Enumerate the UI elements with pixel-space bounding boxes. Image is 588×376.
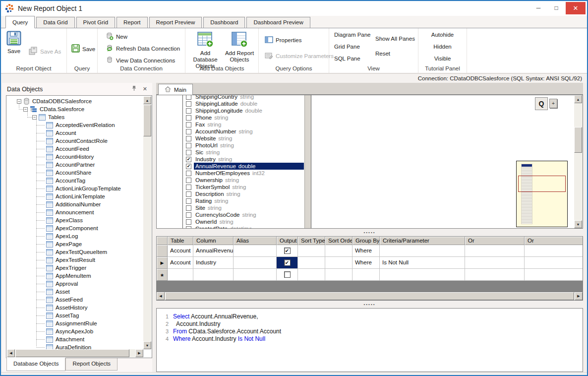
tree-item-table[interactable]: AccountContactRole — [36, 137, 143, 145]
field-checkbox[interactable] — [186, 226, 191, 229]
field-row[interactable]: Ownershipstring — [183, 177, 304, 184]
tree-item-table[interactable]: Attachment — [36, 335, 143, 343]
new-connection-button[interactable]: New — [106, 32, 127, 41]
grid-cell[interactable]: Account — [168, 257, 193, 269]
field-row[interactable]: Descriptionstring — [183, 190, 304, 197]
scroll-down-icon[interactable]: ▼ — [143, 341, 151, 349]
output-checkbox[interactable]: ✔ — [284, 248, 291, 254]
doc-tab-dashboard-preview[interactable]: Dashboard Preview — [246, 17, 310, 28]
grid-cell[interactable]: Where — [353, 245, 380, 257]
grid-cell[interactable] — [325, 245, 353, 257]
field-row[interactable]: Phonestring — [183, 114, 304, 121]
hidden-button[interactable]: Hidden — [418, 44, 467, 50]
scroll-thumb[interactable] — [143, 105, 151, 136]
grid-cell[interactable] — [298, 257, 325, 269]
tree-item-table[interactable]: AssetFeed — [36, 296, 143, 304]
grid-column-header[interactable]: Or — [465, 237, 525, 245]
tree-item-table[interactable]: AccountHistory — [36, 153, 143, 161]
field-checkbox[interactable] — [186, 219, 191, 225]
customize-parameters-button[interactable]: Customize Parameters — [265, 52, 334, 60]
refresh-connection-button[interactable]: Refresh Data Connection — [106, 44, 180, 53]
autohide-button[interactable]: Autohide — [418, 32, 467, 38]
field-row[interactable]: PhotoUrlstring — [183, 142, 304, 149]
field-row[interactable]: ShippingLongitudedouble — [183, 107, 304, 114]
grid-pane-button[interactable]: Grid Pane — [334, 44, 360, 50]
grid-cell[interactable] — [234, 269, 277, 281]
grid-row[interactable]: AccountAnnualRevenue✔Where — [157, 245, 583, 257]
doc-tab-query[interactable]: Query — [5, 16, 35, 28]
reset-panes-button[interactable]: Reset — [375, 51, 390, 57]
output-cell[interactable]: ✔ — [277, 245, 298, 257]
doc-tab-data-grid[interactable]: Data Grid — [36, 17, 74, 28]
grid-column-header[interactable]: Or — [525, 237, 583, 245]
field-row[interactable]: OwnerIdstring — [183, 218, 304, 225]
field-list-scrollbar[interactable] — [304, 95, 311, 229]
field-row[interactable]: Sitestring — [183, 204, 304, 211]
tree-item-table[interactable]: ApexTrigger — [36, 264, 143, 272]
close-button[interactable]: ✕ — [566, 2, 586, 14]
field-checkbox[interactable] — [186, 136, 191, 141]
grid-cell[interactable]: Where — [353, 257, 380, 269]
doc-tab-report-preview[interactable]: Report Preview — [149, 17, 202, 28]
scroll-down-icon[interactable]: ▼ — [574, 220, 582, 228]
grid-cell[interactable] — [465, 245, 525, 257]
row-selector-cell[interactable]: ▶ — [157, 257, 168, 269]
tree-item-table[interactable]: AcceptedEventRelation — [36, 121, 143, 129]
tree-item-table[interactable]: ApexClass — [36, 216, 143, 224]
scroll-left-icon[interactable]: ◀ — [7, 349, 15, 357]
save-query-button[interactable]: Save — [71, 44, 95, 54]
add-report-objects-button[interactable]: Add Report Objects — [224, 31, 255, 63]
grid-cell[interactable] — [325, 257, 353, 269]
tree-item-table[interactable]: Announcement — [36, 208, 143, 216]
scroll-up-icon[interactable]: ▲ — [574, 95, 582, 103]
minimap-viewport-outline[interactable] — [518, 176, 566, 192]
tree-item-schema[interactable]: −CData.Salesforce — [19, 105, 143, 113]
field-row[interactable]: Faxstring — [183, 121, 304, 128]
grid-cell[interactable] — [525, 257, 583, 269]
field-checkbox[interactable] — [186, 178, 191, 183]
tree-item-connection[interactable]: −CDataODBCSalesforce — [17, 97, 143, 105]
field-row[interactable]: CurrencyIsoCodestring — [183, 211, 304, 218]
field-row[interactable]: Ratingstring — [183, 197, 304, 204]
doc-tab-pivot-grid[interactable]: Pivot Grid — [76, 17, 116, 28]
tree-item-tables-folder[interactable]: −Tables — [27, 113, 143, 121]
tree-item-table[interactable]: ApexTestQueueItem — [36, 248, 143, 256]
minimize-button[interactable]: ─ — [530, 2, 547, 14]
tree-item-table[interactable]: ActionLinkGroupTemplate — [36, 185, 143, 192]
diagram-pane-button[interactable]: Diagram Pane — [334, 32, 371, 38]
grid-cell[interactable] — [465, 257, 525, 269]
tab-main[interactable]: Main — [158, 84, 193, 95]
field-checkbox[interactable] — [186, 150, 191, 155]
scroll-up-icon[interactable]: ▲ — [143, 96, 151, 104]
field-row[interactable]: Websitestring — [183, 135, 304, 142]
tree-item-table[interactable]: ApexTestResult — [36, 256, 143, 264]
tree-item-table[interactable]: AccountPartner — [36, 161, 143, 169]
field-row[interactable]: NumberOfEmployeesint32 — [183, 170, 304, 177]
field-checkbox[interactable] — [186, 185, 191, 190]
scroll-thumb[interactable] — [165, 292, 574, 300]
diagram-vertical-scrollbar[interactable]: ▲ ▼ — [574, 95, 583, 228]
field-checkbox[interactable] — [186, 143, 191, 148]
output-cell[interactable] — [277, 269, 298, 281]
grid-sql-splitter[interactable] — [156, 301, 583, 308]
zoom-plus-button[interactable]: + — [549, 99, 557, 108]
tree-item-table[interactable]: AssignmentRule — [36, 319, 143, 327]
scroll-left-icon[interactable]: ◀ — [157, 292, 165, 300]
field-row[interactable]: ✔AnnualRevenuedouble — [183, 163, 304, 170]
view-connections-button[interactable]: View Data Connections — [106, 56, 175, 65]
grid-cell[interactable]: AnnualRevenue — [193, 245, 234, 257]
field-checkbox[interactable] — [186, 191, 191, 197]
grid-cell[interactable]: Industry — [193, 257, 234, 269]
grid-cell[interactable] — [525, 269, 583, 281]
tree-item-table[interactable]: AccountFeed — [36, 145, 143, 153]
tree-item-table[interactable]: AppMenuItem — [36, 272, 143, 280]
grid-column-header[interactable]: Table — [168, 237, 193, 245]
diagram-minimap[interactable] — [516, 161, 568, 227]
field-checkbox[interactable] — [186, 212, 191, 218]
scroll-right-icon[interactable]: ▶ — [575, 292, 583, 300]
tree-item-table[interactable]: AsyncApexJob — [36, 327, 143, 335]
tree-item-table[interactable]: Approval — [36, 280, 143, 288]
grid-cell[interactable]: Account — [168, 245, 193, 257]
field-checkbox[interactable] — [186, 129, 191, 134]
show-all-panes-button[interactable]: Show All Panes — [375, 36, 415, 42]
